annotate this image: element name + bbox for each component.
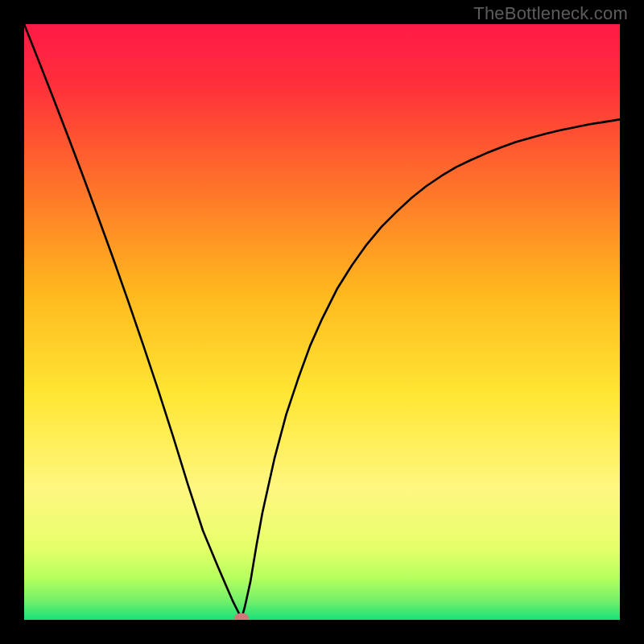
optimum-marker — [234, 613, 249, 620]
chart-frame: TheBottleneck.com — [0, 0, 644, 644]
watermark-text: TheBottleneck.com — [473, 3, 628, 24]
plot-area — [24, 24, 620, 620]
bottleneck-curve — [24, 24, 620, 620]
